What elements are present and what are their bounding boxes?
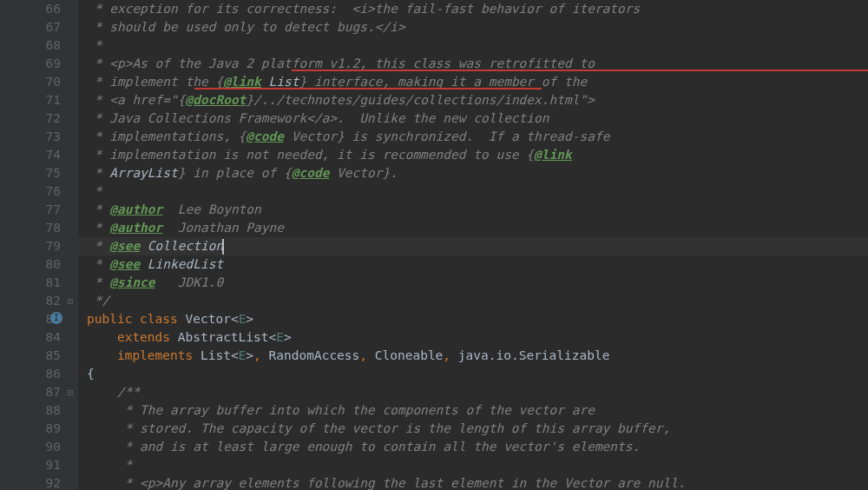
code-token: * <a href="{ [87,93,186,107]
code-token: E [276,330,284,344]
line-number-gutter: 6667686970717273747576777879808182⊟83I84… [0,0,78,490]
code-token: Lee Boynton [162,202,261,216]
code-line[interactable]: * [78,36,868,55]
text-caret [222,239,224,255]
code-token: * The array buffer into which the compon… [87,403,595,417]
code-token: < [231,312,239,326]
line-number: 81 [0,274,61,292]
line-number: 66 [0,0,61,18]
code-line[interactable]: * [78,182,868,201]
fold-toggle-icon[interactable]: ⊟ [68,383,73,401]
code-token: , [253,348,268,362]
code-token: @docRoot [186,93,247,107]
code-token: java.io.Serializable [458,348,610,362]
code-line[interactable]: * should be used only to detect bugs.</i… [78,18,868,36]
code-token: public class [87,312,186,326]
code-token [87,330,117,344]
annotation-underline [194,88,542,89]
code-token: LinkedList [148,257,223,271]
code-line[interactable]: { [78,365,868,383]
code-line[interactable]: * The array buffer into which the compon… [78,401,868,420]
line-number: 88 [0,401,61,420]
code-token: /** [87,385,140,399]
code-line[interactable]: extends AbstractList<E> [78,328,868,347]
code-token: * [87,38,102,52]
code-token: < [231,348,239,362]
code-token: * [87,221,109,235]
code-token: @code [246,129,284,143]
line-number: 84 [0,328,61,347]
code-token: { [87,367,95,381]
code-token: ArrayList [109,166,178,180]
code-token: , [443,348,457,362]
code-token: > [246,348,253,362]
code-token: Vector [186,312,231,326]
code-token: @author [109,202,162,216]
code-token: Jonathan Payne [162,221,284,235]
code-line[interactable]: * [78,456,868,474]
line-number: 75 [0,164,61,182]
code-token: @code [292,166,330,180]
code-token: * [87,202,109,216]
code-line[interactable]: */ [78,292,868,310]
code-line[interactable]: * @see LinkedList [78,255,868,274]
line-number: 85 [0,347,61,365]
code-token: * exception for its correctness: <i>the … [87,2,640,16]
code-line[interactable]: * implementations, {@code Vector} is syn… [78,128,868,146]
line-number: 78 [0,219,61,237]
code-line[interactable]: * ArrayList} in place of {@code Vector}. [78,164,868,182]
implements-gutter-icon[interactable]: I [50,312,62,324]
code-token: Vector} is synchronized. If a thread-saf… [284,129,609,143]
line-number: 91 [0,456,61,474]
line-number: 82⊟ [0,292,61,310]
line-number: 89 [0,420,61,438]
code-token [140,239,148,253]
code-token: * stored. The capacity of the vector is … [87,421,670,435]
code-token: * <p>Any array elements following the la… [87,476,686,490]
line-number: 69 [0,55,61,73]
code-token: * implementation is not needed, it is re… [87,148,534,162]
code-editor-viewport[interactable]: * exception for its correctness: <i>the … [78,0,868,490]
line-number: 83I [0,310,61,328]
line-number: 80 [0,255,61,274]
code-token: } in place of { [178,166,292,180]
code-token: * [87,184,102,198]
code-line[interactable]: * @author Lee Boynton [78,201,868,219]
code-token: * [87,275,109,289]
code-line[interactable]: implements List<E>, RandomAccess, Clonea… [78,347,868,365]
code-line[interactable]: * <a href="{@docRoot}/../technotes/guide… [78,91,868,109]
code-token: * and is at least large enough to contai… [87,440,640,454]
code-token: }/../technotes/guides/collections/index.… [246,93,595,107]
code-line[interactable]: * @author Jonathan Payne [78,219,868,237]
code-token: Vector}. [329,166,398,180]
code-line[interactable]: * stored. The capacity of the vector is … [78,420,868,438]
code-line[interactable]: * exception for its correctness: <i>the … [78,0,868,18]
code-token: @author [109,221,162,235]
code-line[interactable]: * Java Collections Framework</a>. Unlike… [78,109,868,128]
code-line[interactable]: public class Vector<E> [78,310,868,328]
code-token: List [201,348,231,362]
code-token: implements [117,348,201,362]
code-token: Cloneable [375,348,444,362]
code-token: @link [534,148,572,162]
code-token: * should be used only to detect bugs.</i… [87,20,405,34]
code-line[interactable]: /** [78,383,868,401]
code-token: @see [109,257,140,271]
code-line[interactable]: * <p>Any array elements following the la… [78,474,868,490]
code-line[interactable]: * @see Collection [78,237,868,255]
code-line[interactable]: * implementation is not needed, it is re… [78,146,868,164]
code-token: * Java Collections Framework</a>. Unlike… [87,111,549,125]
code-token: * implement the { [87,75,223,89]
fold-toggle-icon[interactable]: ⊟ [68,292,73,310]
line-number: 90 [0,438,61,456]
code-token: extends [117,330,178,344]
line-number: 70 [0,73,61,91]
line-number: 74 [0,146,61,164]
code-line[interactable]: * and is at least large enough to contai… [78,438,868,456]
line-number: 72 [0,109,61,128]
code-line[interactable]: * @since JDK1.0 [78,274,868,292]
code-token: * [87,458,132,472]
code-token [140,257,148,271]
line-number: 73 [0,128,61,146]
line-number: 86 [0,365,61,383]
